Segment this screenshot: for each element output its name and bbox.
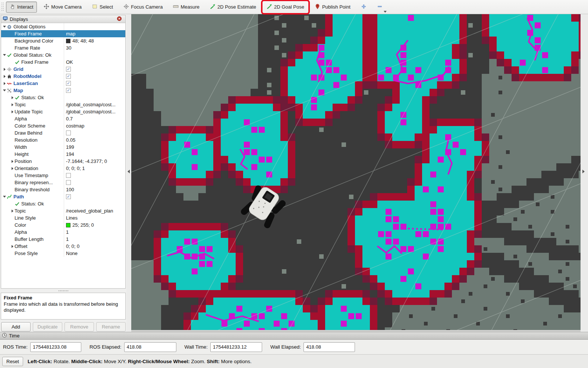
tool-select-button[interactable]: Select (88, 1, 117, 13)
tool-plus-button[interactable] (357, 1, 370, 13)
tool-measure-button[interactable]: Measure (169, 1, 203, 13)
expander-right-icon[interactable] (2, 82, 7, 85)
tree-row-update-topic[interactable]: Update Topic/global_costmap/cost... (1, 108, 125, 115)
property-value[interactable]: costmap (64, 122, 125, 129)
checkbox-checked[interactable]: ✓ (66, 74, 71, 79)
expander-right-icon[interactable] (10, 110, 15, 113)
checkbox-checked[interactable]: ✓ (66, 67, 71, 72)
tool-interact-button[interactable]: Interact (6, 1, 37, 13)
property-value[interactable]: ✓ (64, 193, 125, 200)
tree-row-color[interactable]: Color25; 255; 0 (1, 221, 125, 229)
property-value[interactable]: 0.7 (64, 115, 125, 122)
time-panel-header[interactable]: Time (0, 332, 588, 340)
ros-time-input[interactable] (30, 342, 81, 352)
expander-down-icon[interactable] (2, 26, 7, 28)
close-icon[interactable] (117, 16, 124, 22)
tool-move-camera-button[interactable]: Move Camera (40, 1, 85, 13)
expander-right-icon[interactable] (10, 210, 15, 213)
property-value[interactable] (64, 94, 125, 101)
expander-right-icon[interactable] (10, 96, 15, 99)
tree-row-topic[interactable]: Topic/received_global_plan (1, 207, 125, 214)
add-button[interactable]: Add (1, 322, 31, 331)
tree-row-binary-represen[interactable]: Binary represen... (1, 179, 125, 186)
tool-publish-point-button[interactable]: Publish Point (311, 1, 354, 13)
tree-row-global-options[interactable]: Global Options (1, 23, 125, 30)
property-value[interactable]: 0; 0; 0; 1 (64, 165, 125, 172)
collapse-right-icon[interactable] (582, 170, 585, 173)
collapse-left-icon[interactable] (128, 170, 130, 173)
tool-focus-camera-button[interactable]: Focus Camera (120, 1, 166, 13)
property-value[interactable]: -7.1644; -4.2377; 0 (64, 158, 125, 165)
property-value[interactable] (64, 179, 125, 186)
property-value[interactable]: 30 (64, 44, 125, 51)
render-viewport[interactable] (131, 14, 581, 332)
property-value[interactable]: 1 (64, 229, 125, 236)
tree-row-use-timestamp[interactable]: Use Timestamp (1, 172, 125, 179)
tree-row-width[interactable]: Width199 (1, 144, 125, 151)
tree-row-alpha[interactable]: Alpha1 (1, 229, 125, 236)
tree-row-global-status-ok[interactable]: Global Status: Ok (1, 51, 125, 59)
tool-minus-button[interactable] (373, 1, 386, 13)
tree-row-orientation[interactable]: Orientation0; 0; 0; 1 (1, 165, 125, 172)
property-value[interactable] (64, 51, 125, 59)
dropdown-caret-icon[interactable] (384, 11, 387, 13)
reset-button[interactable]: Reset (2, 357, 23, 366)
tree-row-fixed-frame[interactable]: Fixed FrameOK (1, 59, 125, 66)
property-value[interactable]: map (64, 30, 125, 37)
tree-row-path[interactable]: Path✓ (1, 193, 125, 200)
property-value[interactable]: ✓ (64, 73, 125, 80)
checkbox-empty[interactable] (66, 180, 71, 185)
expander-right-icon[interactable] (10, 245, 15, 248)
tree-row-laserscan[interactable]: LaserScan✓ (1, 80, 125, 87)
tree-row-grid[interactable]: Grid✓ (1, 66, 125, 73)
property-value[interactable]: 0; 0; 0 (64, 243, 125, 250)
tree-row-line-style[interactable]: Line StyleLines (1, 214, 125, 221)
displays-panel-header[interactable]: Displays (1, 15, 125, 23)
tree-row-binary-threshold[interactable]: Binary threshold100 (1, 186, 125, 193)
expander-down-icon[interactable] (2, 196, 7, 198)
checkbox-checked[interactable]: ✓ (66, 194, 71, 199)
tree-row-robotmodel[interactable]: RobotModel✓ (1, 73, 125, 80)
checkbox-empty[interactable] (66, 130, 71, 135)
checkbox-checked[interactable]: ✓ (66, 88, 71, 93)
tree-row-color-scheme[interactable]: Color Schemecostmap (1, 122, 125, 129)
tree-row-map[interactable]: Map✓ (1, 87, 125, 94)
wall-time-input[interactable] (210, 342, 262, 352)
property-value[interactable]: None (64, 250, 125, 257)
tree-row-pose-style[interactable]: Pose StyleNone (1, 250, 125, 257)
tree-row-background-color[interactable]: Background Color48; 48; 48 (1, 37, 125, 44)
tree-row-resolution[interactable]: Resolution0.05 (1, 136, 125, 144)
expander-right-icon[interactable] (10, 103, 15, 106)
property-value[interactable]: 1 (64, 236, 125, 243)
tree-row-buffer-length[interactable]: Buffer Length1 (1, 236, 125, 243)
property-value[interactable]: ✓ (64, 80, 125, 87)
checkbox-empty[interactable] (66, 173, 71, 178)
property-value[interactable]: Lines (64, 214, 125, 221)
property-value[interactable]: 25; 255; 0 (64, 221, 125, 229)
property-value[interactable]: 100 (64, 186, 125, 193)
tree-row-alpha[interactable]: Alpha0.7 (1, 115, 125, 122)
expander-right-icon[interactable] (10, 160, 15, 163)
property-value[interactable] (64, 200, 125, 207)
tree-row-topic[interactable]: Topic/global_costmap/cost... (1, 101, 125, 108)
expander-right-icon[interactable] (10, 167, 15, 170)
expander-down-icon[interactable] (2, 89, 7, 91)
property-value[interactable]: ✓ (64, 87, 125, 94)
panel-splitter[interactable] (0, 289, 126, 292)
expander-down-icon[interactable] (2, 54, 7, 56)
property-value[interactable]: /global_costmap/cost... (64, 108, 125, 115)
splitter-right[interactable] (581, 14, 588, 332)
property-value[interactable]: 194 (64, 151, 125, 158)
property-value[interactable]: 0.05 (64, 136, 125, 144)
expander-right-icon[interactable] (2, 75, 7, 78)
tree-row-offset[interactable]: Offset0; 0; 0 (1, 243, 125, 250)
tree-row-position[interactable]: Position-7.1644; -4.2377; 0 (1, 158, 125, 165)
property-value[interactable]: /global_costmap/cost... (64, 101, 125, 108)
tree-row-height[interactable]: Height194 (1, 151, 125, 158)
property-value[interactable] (64, 172, 125, 179)
checkbox-checked[interactable]: ✓ (66, 81, 71, 86)
tree-row-fixed-frame[interactable]: Fixed Framemap (1, 30, 125, 37)
ros-elapsed-input[interactable] (124, 342, 176, 352)
wall-elapsed-input[interactable] (304, 342, 355, 352)
expander-right-icon[interactable] (2, 68, 7, 71)
